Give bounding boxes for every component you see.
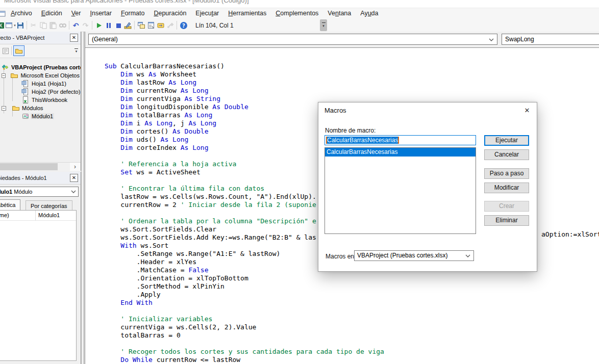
properties-panel-titlebar: Propiedades - Módulo1 ✕ (0, 172, 81, 185)
undo-icon: ↶ (73, 21, 79, 30)
object-combo-value: (General) (92, 36, 118, 43)
crear-button: Crear (484, 201, 529, 212)
object-combo[interactable]: (General) (88, 34, 497, 45)
menu-insertar[interactable]: Insertar (85, 8, 116, 19)
tree-item[interactable]: −Microsoft Excel Objetos (0, 71, 81, 80)
object-selector-type: Módulo (12, 189, 32, 195)
redo-icon: ↷ (83, 21, 89, 30)
collapse-icon[interactable]: − (2, 73, 6, 78)
hscrollbar-right-arrow[interactable]: › (70, 163, 80, 171)
procedure-combo-value: SwapLong (505, 36, 534, 43)
collapse-icon[interactable]: − (2, 106, 6, 111)
window-titlebar: Microsoft Visual Basic para Aplicaciones… (0, 0, 599, 8)
tree-item[interactable]: VBAProject (Pruebas cortes.xlsx) (0, 63, 81, 71)
hscrollbar-thumb[interactable] (0, 163, 58, 170)
design-mode-button[interactable] (123, 20, 133, 31)
chevron-down-icon (465, 254, 470, 257)
cut-button[interactable]: ✂ (29, 20, 38, 31)
tab-by-category[interactable]: Por categorías (26, 200, 72, 210)
cancelar-button[interactable]: Cancelar (484, 149, 529, 160)
properties-window-button[interactable] (146, 20, 156, 31)
toolbar-buttons: X▾✂↶↷? (0, 19, 188, 32)
break-icon (105, 21, 113, 30)
object-browser-button[interactable] (156, 20, 165, 31)
properties-window-icon (147, 21, 155, 30)
macro-name-input[interactable]: CalcularBarrasNecesarias (325, 135, 476, 145)
close-icon[interactable]: ✕ (70, 34, 78, 42)
chevron-down-icon (71, 190, 76, 193)
toolbar-options-button[interactable]: ▾ (320, 19, 327, 31)
tree-item[interactable]: Módulo1 (0, 112, 81, 120)
macros-in-combo[interactable]: VBAProject (Pruebas cortes.xlsx) (354, 250, 474, 261)
macros-in-label: Macros en: (326, 253, 356, 260)
menu-ventana[interactable]: Ventana (323, 8, 356, 19)
excel-icon: X (0, 21, 5, 30)
properties-grid: (Name) Módulo1 (0, 210, 77, 361)
undo-button[interactable]: ↶ (71, 20, 81, 31)
sheet-icon (21, 80, 30, 88)
modificar-button[interactable]: Modificar (484, 183, 529, 193)
reset-button[interactable] (113, 20, 123, 31)
project-toolbar-overflow-button[interactable]: ▾ (73, 46, 79, 56)
menu-formato[interactable]: Formato (116, 8, 149, 19)
menu-ayuda[interactable]: Ayuda (356, 8, 383, 19)
tree-item[interactable]: −Módulos (0, 104, 81, 112)
property-row[interactable]: (Name) Módulo1 (0, 211, 76, 221)
project-explorer-icon (137, 21, 145, 30)
object-browser-icon (157, 21, 165, 30)
menu-edicion[interactable]: Edición (37, 8, 67, 19)
save-icon (16, 21, 24, 30)
find-icon (59, 21, 67, 30)
tree-item-label: Módulo1 (31, 113, 54, 119)
menu-ejecutar[interactable]: Ejecutar (191, 8, 223, 19)
tree-item-label: Hoja1 (Hoja1) (31, 81, 67, 87)
project-tree-hscrollbar[interactable]: › (0, 162, 81, 171)
close-icon[interactable]: ✕ (70, 174, 78, 182)
menu-ver[interactable]: Ver (67, 8, 86, 19)
procedure-combo[interactable]: SwapLong (502, 34, 599, 45)
save-button[interactable] (15, 20, 25, 31)
close-icon[interactable]: ✕ (520, 104, 534, 116)
eliminar-button[interactable]: Eliminar (484, 215, 529, 226)
macros-in-value: VBAProject (Pruebas cortes.xlsx) (357, 252, 447, 259)
tree-item-label: Módulos (21, 105, 44, 111)
view-code-button[interactable] (2, 47, 10, 55)
ejecutar-button[interactable]: Ejecutar (484, 135, 529, 146)
toolbox-icon (166, 21, 174, 30)
find-button[interactable] (58, 20, 67, 31)
menu-complementos[interactable]: Complementos (271, 8, 323, 19)
paste-icon (49, 21, 57, 30)
macros-dialog-title: Macros (325, 107, 346, 114)
module-icon (21, 112, 30, 120)
menu-depuracion[interactable]: Depuración (149, 8, 191, 19)
paste-button[interactable] (48, 20, 58, 31)
properties-panel: Propiedades - Módulo1 ✕ Módulo1 Módulo A… (0, 172, 81, 364)
run-icon (95, 21, 103, 30)
help-button[interactable]: ? (179, 20, 188, 31)
redo-button[interactable]: ↷ (81, 20, 90, 31)
macros-dialog: Macros ✕ Nombre de macro: CalcularBarras… (318, 102, 537, 272)
toggle-folders-button[interactable] (13, 45, 24, 56)
tree-item[interactable]: Hoja2 (Por defecto) (0, 88, 81, 96)
menu-archivo[interactable]: Archivo (6, 8, 37, 19)
project-explorer-panel: Proyecto - VBAProject ✕ ▾ VBAProject (Pr… (0, 32, 81, 171)
project-explorer-button[interactable] (136, 20, 146, 31)
copy-button[interactable] (38, 20, 48, 31)
toolbox-button[interactable] (165, 20, 175, 31)
object-selector-combo[interactable]: Módulo1 Módulo (0, 187, 79, 197)
paso-a-paso-button[interactable]: Paso a paso (484, 168, 529, 179)
insert-userform-button[interactable]: ▾ (6, 20, 15, 31)
menu-herramientas[interactable]: Herramientas (223, 8, 271, 19)
break-button[interactable] (104, 20, 113, 31)
tree-item[interactable]: ThisWorkbook (0, 96, 81, 104)
folder-icon (12, 104, 20, 112)
run-button[interactable] (94, 20, 104, 31)
macro-list-item[interactable]: CalcularBarrasNecesarias (325, 148, 476, 157)
macro-name-selected-text: CalcularBarrasNecesarias (326, 137, 399, 144)
property-name: (Name) (0, 211, 9, 220)
macro-list[interactable]: CalcularBarrasNecesarias (325, 147, 476, 234)
vba-editor-window: Microsoft Visual Basic para Aplicaciones… (0, 0, 599, 364)
tab-alphabetic[interactable]: Alfabética (0, 199, 20, 210)
tree-item[interactable]: Hoja1 (Hoja1) (0, 80, 81, 88)
macros-dialog-titlebar[interactable]: Macros ✕ (318, 102, 537, 118)
